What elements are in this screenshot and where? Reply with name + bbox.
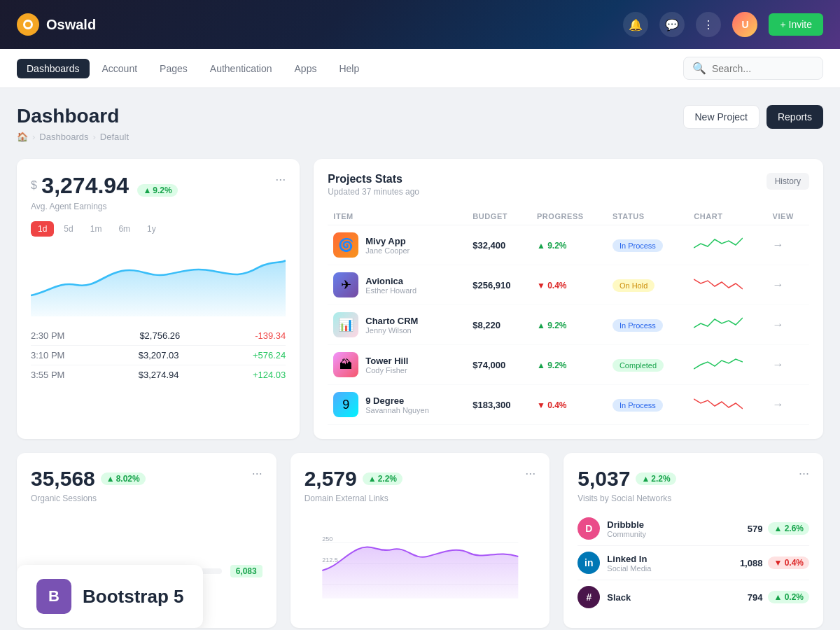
social-name: Slack xyxy=(607,592,631,603)
links-amount: 2,579 xyxy=(304,467,357,491)
sessions-card: B Bootstrap 5 35,568 ▲ 8.02% Organic Ses… xyxy=(17,453,276,628)
page-title: Dashboard xyxy=(17,105,129,127)
earnings-currency: $ xyxy=(31,179,37,191)
country-val: 6,083 xyxy=(230,565,262,578)
earnings-card: $ 3,274.94 ▲ 9.2% Avg. Agent Earnings ··… xyxy=(17,159,300,439)
sessions-more-btn[interactable]: ··· xyxy=(252,467,262,479)
progress-val: ▲ 9.2% xyxy=(537,241,567,251)
time-btn-1y[interactable]: 1y xyxy=(140,221,163,237)
page-header: Dashboard 🏠 › Dashboards › Default New P… xyxy=(17,105,823,142)
social-label: Visits by Social Networks xyxy=(578,493,676,503)
col-budget: BUDGET xyxy=(467,208,531,225)
project-item: 📊 Charto CRM Jenny Wilson xyxy=(333,312,461,337)
mini-chart xyxy=(694,314,743,333)
table-row: 9 9 Degree Savannah Nguyen $183,300 ▼ 0.… xyxy=(328,385,809,425)
nav-item-dashboards[interactable]: Dashboards xyxy=(17,59,90,78)
social-more-btn[interactable]: ··· xyxy=(799,467,809,479)
slack-icon: # xyxy=(578,586,600,608)
search-input[interactable] xyxy=(712,63,814,74)
nav-item-apps[interactable]: Apps xyxy=(285,59,327,78)
progress-val: ▼ 0.4% xyxy=(537,400,567,410)
col-view: VIEW xyxy=(767,208,809,225)
projects-card: Projects Stats Updated 37 minutes ago Hi… xyxy=(314,159,823,439)
project-person: Esther Howard xyxy=(365,286,416,295)
social-count: 794 xyxy=(748,592,763,603)
budget-val: $256,910 xyxy=(472,280,510,290)
earnings-amount: 3,274.94 xyxy=(41,173,129,198)
budget-val: $74,000 xyxy=(472,360,505,370)
project-item: ✈ Avionica Esther Howard xyxy=(333,272,461,298)
social-count: 579 xyxy=(748,524,763,534)
main-content: Dashboard 🏠 › Dashboards › Default New P… xyxy=(0,88,840,630)
social-row: in Linked In Social Media 1,088 ▼ 0.4% xyxy=(578,546,809,580)
svg-text:250: 250 xyxy=(322,536,332,542)
time-filters: 1d 5d 1m 6m 1y xyxy=(31,221,286,237)
messages-icon[interactable]: 💬 xyxy=(659,12,685,37)
row-time: 3:10 PM xyxy=(31,350,64,360)
row-change: -139.34 xyxy=(255,330,286,341)
col-chart: CHART xyxy=(688,208,766,225)
table-row: ✈ Avionica Esther Howard $256,910 ▼ 0.4%… xyxy=(328,265,809,305)
more-button[interactable]: ··· xyxy=(275,173,286,186)
search-icon: 🔍 xyxy=(692,62,706,75)
earnings-label: Avg. Agent Earnings xyxy=(31,202,178,211)
data-row: 3:10 PM $3,207.03 +576.24 xyxy=(31,346,286,365)
links-card: 2,579 ▲ 2.2% Domain External Links ··· xyxy=(290,453,550,628)
share-icon[interactable]: ⋮ xyxy=(696,12,721,37)
earnings-badge: ▲ 9.2% xyxy=(137,184,177,197)
view-button[interactable]: → xyxy=(773,239,784,251)
breadcrumb-dashboards[interactable]: Dashboards xyxy=(39,132,88,142)
social-change: ▼ 0.4% xyxy=(768,556,809,569)
reports-button[interactable]: Reports xyxy=(766,105,823,129)
linkedin-icon: in xyxy=(578,552,600,574)
links-more-btn[interactable]: ··· xyxy=(525,467,536,479)
nav-item-pages[interactable]: Pages xyxy=(150,59,197,78)
progress-val: ▼ 0.4% xyxy=(537,281,567,290)
time-btn-6m[interactable]: 6m xyxy=(111,221,137,237)
bootstrap-logo: B xyxy=(36,579,71,614)
social-amount: 5,037 xyxy=(578,467,630,491)
data-row: 2:30 PM $2,756.26 -139.34 xyxy=(31,326,286,346)
table-row: 📊 Charto CRM Jenny Wilson $8,220 ▲ 9.2% … xyxy=(328,305,809,345)
view-button[interactable]: → xyxy=(773,358,784,371)
row-amount: $3,207.03 xyxy=(139,350,179,360)
row-change: +576.24 xyxy=(253,350,286,360)
earnings-main: $ 3,274.94 ▲ 9.2% Avg. Agent Earnings xyxy=(31,173,178,211)
links-label: Domain External Links xyxy=(304,493,402,503)
view-button[interactable]: → xyxy=(773,398,784,411)
status-badge: In Process xyxy=(612,399,663,412)
new-project-button[interactable]: New Project xyxy=(683,105,760,129)
notifications-icon[interactable]: 🔔 xyxy=(623,12,648,37)
time-btn-1d[interactable]: 1d xyxy=(31,221,54,237)
nav-item-authentication[interactable]: Authentication xyxy=(200,59,282,78)
search-bar[interactable]: 🔍 xyxy=(683,57,823,80)
row-time: 2:30 PM xyxy=(31,330,64,341)
avatar[interactable]: U xyxy=(732,12,757,37)
links-chart: 250 212.5 xyxy=(304,514,536,598)
social-name: Dribbble xyxy=(607,519,646,530)
project-icon: 📊 xyxy=(333,312,358,337)
project-item: 🌀 Mivy App Jane Cooper xyxy=(333,232,461,258)
mini-chart xyxy=(694,393,743,413)
nav-icons: 🔔 💬 ⋮ U + Invite xyxy=(623,12,823,37)
home-icon: 🏠 xyxy=(17,132,28,142)
time-btn-5d[interactable]: 5d xyxy=(57,221,80,237)
view-button[interactable]: → xyxy=(773,318,784,331)
nav-item-help[interactable]: Help xyxy=(329,59,369,78)
data-rows: 2:30 PM $2,756.26 -139.34 3:10 PM $3,207… xyxy=(31,326,286,384)
project-icon: ✈ xyxy=(333,272,358,298)
app-name: Oswald xyxy=(46,17,96,33)
breadcrumb: 🏠 › Dashboards › Default xyxy=(17,132,129,142)
project-item: 9 9 Degree Savannah Nguyen xyxy=(333,392,461,417)
view-button[interactable]: → xyxy=(773,279,784,291)
project-person: Jenny Wilson xyxy=(365,326,418,335)
svg-text:212.5: 212.5 xyxy=(322,556,338,564)
social-change: ▲ 0.2% xyxy=(768,591,809,603)
history-button[interactable]: History xyxy=(766,173,809,190)
nav-item-account[interactable]: Account xyxy=(92,59,148,78)
time-btn-1m[interactable]: 1m xyxy=(83,221,109,237)
earnings-chart xyxy=(31,246,286,316)
invite-button[interactable]: + Invite xyxy=(769,13,823,36)
sessions-amount: 35,568 xyxy=(31,467,95,491)
social-left: D Dribbble Community xyxy=(578,517,646,540)
